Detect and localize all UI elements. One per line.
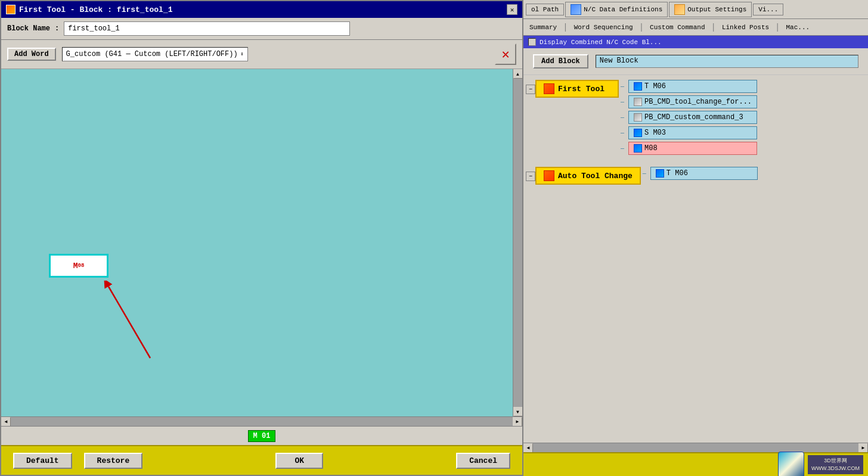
child-m08[interactable]: M08 — [628, 142, 757, 155]
right-scroll-track — [533, 443, 858, 452]
watermark-text: 3D世界网 WWW.3DSJW.COM — [808, 455, 863, 474]
status-bar: M 01 — [1, 426, 522, 445]
dialog-titlebar: First Tool - Block : first_tool_1 ✕ — [1, 1, 522, 18]
scroll-left-btn[interactable]: ◀ — [1, 417, 11, 427]
dropdown-arrow-icon: ⬇ — [240, 51, 244, 58]
add-word-row: Add Word G_cutcom (G41 — Cutcom (LEFT/RI… — [1, 40, 522, 69]
restore-button[interactable]: Restore — [84, 453, 143, 469]
child-icon-2 — [634, 98, 642, 106]
child-pb-cmd-custom[interactable]: PB_CMD_custom_command_3 — [628, 111, 757, 124]
auto-tool-collapse-btn[interactable]: − — [526, 172, 535, 181]
display-combined-checkbox[interactable] — [528, 38, 536, 46]
first-tool-collapse-btn[interactable]: − — [526, 85, 535, 94]
m08-block[interactable]: M 08 — [49, 254, 108, 278]
new-block-text: New Block — [600, 57, 638, 65]
watermark-line1: 3D世界网 — [811, 457, 860, 465]
watermark: 3D世界网 WWW.3DSJW.COM — [778, 452, 863, 476]
add-block-row: Add Block New Block — [523, 48, 868, 75]
tab-nc-data-label: N/C Data Definitions — [584, 6, 662, 13]
child-t-m06-2[interactable]: T M06 — [650, 167, 758, 180]
tab-tool-path-label: ol Path — [531, 6, 559, 13]
right-tabs-bottom: Summary | Word Sequencing | Custom Comma… — [523, 19, 868, 36]
first-tool-icon — [544, 83, 554, 94]
block-name-input[interactable] — [64, 21, 350, 36]
status-badge: M 01 — [248, 430, 276, 442]
first-tool-children: T M06 PB_CMD_tool_change_for... PB_CMD_c… — [628, 80, 757, 155]
dialog-title-icon — [6, 5, 16, 14]
new-block-input[interactable]: New Block — [596, 55, 858, 68]
tab-mac[interactable]: Mac... — [783, 23, 814, 32]
first-tool-text: First Tool — [558, 85, 604, 94]
block-name-colon: : — [55, 24, 59, 33]
first-tool-inner: First Tool T M06 PB_CMD_tool_change_for.… — [535, 80, 757, 155]
watermark-line2: WWW.3DSJW.COM — [811, 465, 860, 472]
svg-line-1 — [108, 287, 150, 358]
child-icon-5 — [634, 144, 642, 153]
tab-tool-path[interactable]: ol Path — [526, 4, 564, 15]
m-block-letter: M — [73, 262, 78, 270]
delete-button[interactable]: ✕ — [495, 43, 516, 65]
ok-button[interactable]: OK — [275, 453, 323, 469]
main-dialog: First Tool - Block : first_tool_1 ✕ Bloc… — [0, 0, 523, 476]
bottom-buttons-bar: Default Restore OK Cancel — [1, 445, 522, 475]
close-button[interactable]: ✕ — [507, 4, 517, 15]
auto-tool-label[interactable]: Auto Tool Change — [535, 167, 641, 185]
tab-word-sequencing[interactable]: Word Sequencing — [571, 23, 637, 32]
child-pb-cmd-tool[interactable]: PB_CMD_tool_change_for... — [628, 95, 757, 108]
auto-tool-inner: Auto Tool Change T M06 — [535, 167, 758, 185]
scroll-track-h — [11, 417, 513, 426]
auto-tool-icon — [544, 170, 554, 181]
scroll-right-btn[interactable]: ▶ — [513, 417, 522, 427]
right-panel: ol Path N/C Data Definitions Output Sett… — [523, 0, 868, 476]
child-icon-3 — [634, 113, 642, 122]
block-tree: − First Tool T M06 PB_CMD_tool_change_fo… — [523, 75, 868, 443]
tab-view-label: Vi... — [758, 6, 778, 13]
horizontal-scrollbar[interactable]: ◀ ▶ — [1, 416, 522, 426]
dialog-title: First Tool - Block : first_tool_1 — [19, 5, 172, 14]
titlebar-left: First Tool - Block : first_tool_1 — [6, 5, 172, 14]
tab-linked-posts[interactable]: Linked Posts — [718, 23, 773, 32]
display-combined-row: Display Combined N/C Code Bl... — [523, 36, 868, 48]
child-icon-1 — [634, 82, 642, 91]
child-t-m06-1[interactable]: T M06 — [628, 80, 757, 93]
output-icon — [674, 4, 685, 15]
m-block-subscript: 08 — [78, 263, 85, 269]
child-s-m03[interactable]: S M03 — [628, 126, 757, 139]
scroll-track-v — [513, 79, 522, 407]
display-combined-label: Display Combined N/C Code Bl... — [540, 39, 662, 46]
right-bottom-bar: 3D世界网 WWW.3DSJW.COM — [523, 452, 868, 476]
right-horizontal-scrollbar[interactable]: ◀ ▶ — [523, 443, 868, 452]
tab-view[interactable]: Vi... — [753, 4, 783, 15]
block-name-row: Block Name : — [1, 18, 522, 40]
right-scroll-left-btn[interactable]: ◀ — [523, 443, 533, 453]
delete-icon: ✕ — [501, 46, 509, 63]
cancel-button[interactable]: Cancel — [456, 453, 510, 469]
vertical-scrollbar[interactable]: ▲ ▼ — [513, 69, 522, 416]
right-tabs-top: ol Path N/C Data Definitions Output Sett… — [523, 0, 868, 19]
word-dropdown[interactable]: G_cutcom (G41 — Cutcom (LEFT/RIGHT/OFF))… — [62, 47, 248, 61]
auto-tool-children: T M06 — [650, 167, 758, 180]
child-icon-4 — [634, 129, 642, 137]
nc-data-icon — [571, 4, 581, 15]
tab-output-label: Output Settings — [687, 6, 746, 13]
tab-output-settings[interactable]: Output Settings — [669, 2, 752, 17]
scroll-up-btn[interactable]: ▲ — [513, 69, 523, 79]
first-tool-label[interactable]: First Tool — [535, 80, 619, 98]
canvas-area: M 08 ▲ ▼ — [1, 69, 522, 416]
auto-tool-group: − Auto Tool Change T M06 — [526, 167, 866, 185]
scroll-down-btn[interactable]: ▼ — [513, 407, 523, 416]
arrow-indicator — [91, 281, 156, 364]
add-block-button[interactable]: Add Block — [533, 54, 588, 69]
add-word-button[interactable]: Add Word — [7, 48, 56, 61]
child-icon-6 — [656, 169, 664, 178]
watermark-logo — [778, 452, 804, 476]
tab-summary[interactable]: Summary — [526, 23, 560, 32]
tab-nc-data[interactable]: N/C Data Definitions — [565, 2, 668, 17]
first-tool-group: − First Tool T M06 PB_CMD_tool_change_fo… — [526, 80, 866, 155]
auto-tool-text: Auto Tool Change — [558, 172, 633, 181]
block-name-label: Block Name — [7, 24, 50, 33]
word-dropdown-text: G_cutcom (G41 — Cutcom (LEFT/RIGHT/OFF)) — [66, 50, 238, 58]
default-button[interactable]: Default — [13, 453, 72, 469]
tab-custom-command[interactable]: Custom Command — [646, 23, 708, 32]
